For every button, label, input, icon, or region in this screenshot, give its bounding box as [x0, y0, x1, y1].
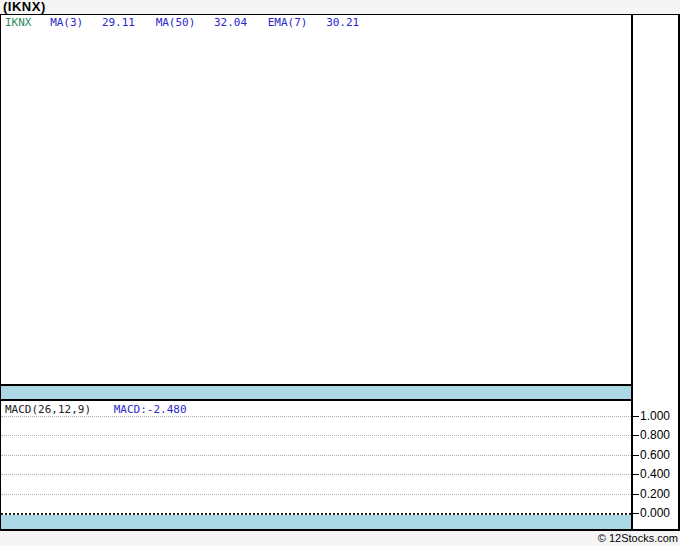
price-legend: IKNX MA(3) 29.11 MA(50) 32.04 EMA(7) 30.…: [5, 17, 373, 29]
gridline-0.400: [1, 474, 631, 475]
ytick-label: 0.000: [640, 506, 670, 520]
ema7-value: 30.21: [326, 16, 359, 29]
macd-current-value: MACD:-2.480: [114, 403, 187, 416]
tick-mark: [633, 474, 639, 475]
price-panel: IKNX MA(3) 29.11 MA(50) 32.04 EMA(7) 30.…: [1, 15, 631, 384]
macd-legend: MACD(26,12,9) MACD:-2.480: [5, 404, 187, 416]
copyright-text: © 12Stocks.com: [0, 531, 680, 546]
ytick-label: 0.200: [640, 487, 670, 501]
ytick-label: 0.800: [640, 428, 670, 442]
stock-chart-page: (IKNX) IKNX MA(3) 29.11 MA(50) 32.04 EMA…: [0, 0, 680, 546]
ytick-0.200: 0.200: [633, 487, 670, 501]
ytick-label: 0.400: [640, 467, 670, 481]
ytick-label: 0.600: [640, 448, 670, 462]
ma50-label: MA(50): [156, 16, 196, 29]
tick-mark: [633, 455, 639, 456]
gridline-0.800: [1, 435, 631, 436]
ytick-0.800: 0.800: [633, 428, 670, 442]
ytick-0.600: 0.600: [633, 448, 670, 462]
gridline-1.000: [1, 416, 631, 417]
ytick-label: 1.000: [640, 409, 670, 423]
page-title: (IKNX): [3, 0, 46, 14]
ma50-value: 32.04: [214, 16, 247, 29]
bottom-highlight-band: [1, 515, 631, 529]
gridline-0.600: [1, 455, 631, 456]
ma3-value: 29.11: [102, 16, 135, 29]
macd-indicator-label: MACD(26,12,9): [5, 403, 91, 416]
panel-divider-band: [1, 384, 631, 401]
chart-frame: IKNX MA(3) 29.11 MA(50) 32.04 EMA(7) 30.…: [0, 14, 680, 531]
macd-y-axis: 1.000 0.800 0.600 0.400 0.200 0.000: [633, 15, 678, 529]
ytick-0.000: 0.000: [633, 506, 670, 520]
ytick-0.400: 0.400: [633, 467, 670, 481]
ema7-label: EMA(7): [268, 16, 308, 29]
tick-mark: [633, 494, 639, 495]
ticker-symbol: IKNX: [5, 16, 32, 29]
gridline-0.200: [1, 494, 631, 495]
tick-mark: [633, 416, 639, 417]
macd-panel: MACD(26,12,9) MACD:-2.480: [1, 401, 631, 515]
ma3-label: MA(3): [50, 16, 83, 29]
tick-mark: [633, 513, 639, 514]
tick-mark: [633, 435, 639, 436]
ytick-1.000: 1.000: [633, 409, 670, 423]
